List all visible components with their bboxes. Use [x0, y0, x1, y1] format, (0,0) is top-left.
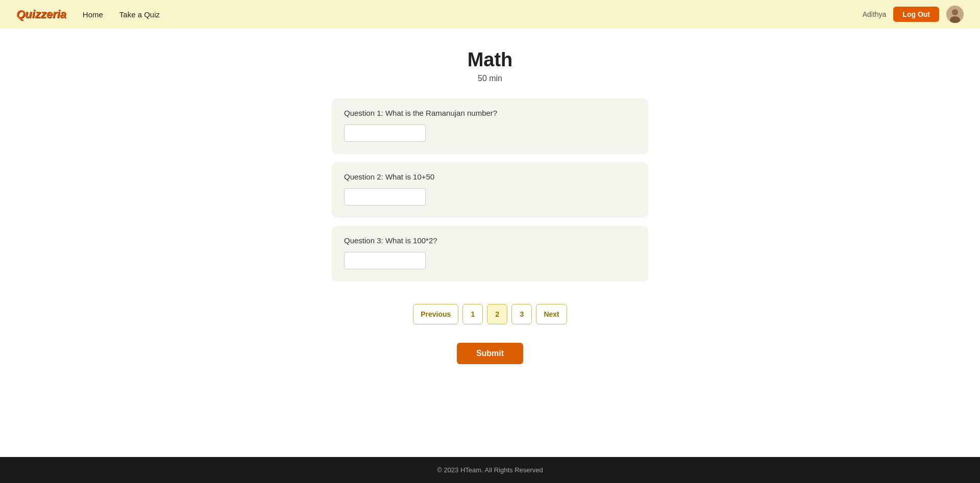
nav-home[interactable]: Home [83, 10, 103, 19]
previous-button[interactable]: Previous [413, 304, 458, 324]
page-3-button[interactable]: 3 [511, 304, 532, 324]
main-content: Math 50 min Question 1: What is the Rama… [0, 29, 980, 457]
footer-text: © 2023 HTeam. All Rights Reserved [437, 466, 543, 474]
question-text-2: Question 2: What is 10+50 [344, 172, 636, 181]
page-1-button[interactable]: 1 [462, 304, 483, 324]
header-left: Quizzeria Home Take a Quiz [16, 8, 160, 21]
submit-area: Submit [457, 343, 523, 364]
question-text-1: Question 1: What is the Ramanujan number… [344, 109, 636, 117]
svg-point-1 [952, 9, 958, 15]
submit-button[interactable]: Submit [457, 343, 523, 364]
page-2-button[interactable]: 2 [487, 304, 507, 324]
next-button[interactable]: Next [536, 304, 567, 324]
header-right: Adithya Log Out [863, 6, 964, 23]
header: Quizzeria Home Take a Quiz Adithya Log O… [0, 0, 980, 29]
answer-input-3[interactable] [344, 252, 426, 269]
answer-input-1[interactable] [344, 124, 426, 142]
questions-container: Question 1: What is the Ramanujan number… [332, 98, 648, 282]
logout-button[interactable]: Log Out [893, 7, 939, 22]
nav-take-quiz[interactable]: Take a Quiz [119, 10, 160, 19]
question-card-1: Question 1: What is the Ramanujan number… [332, 98, 648, 154]
question-text-3: Question 3: What is 100*2? [344, 236, 636, 245]
username-label: Adithya [863, 10, 887, 18]
footer: © 2023 HTeam. All Rights Reserved [0, 457, 980, 483]
pagination: Previous 1 2 3 Next [413, 304, 567, 324]
quiz-title: Math [468, 49, 513, 71]
quiz-duration: 50 min [478, 74, 502, 83]
logo[interactable]: Quizzeria [16, 8, 66, 21]
question-card-3: Question 3: What is 100*2? [332, 226, 648, 282]
avatar [946, 6, 964, 23]
question-card-2: Question 2: What is 10+50 [332, 162, 648, 218]
answer-input-2[interactable] [344, 188, 426, 206]
